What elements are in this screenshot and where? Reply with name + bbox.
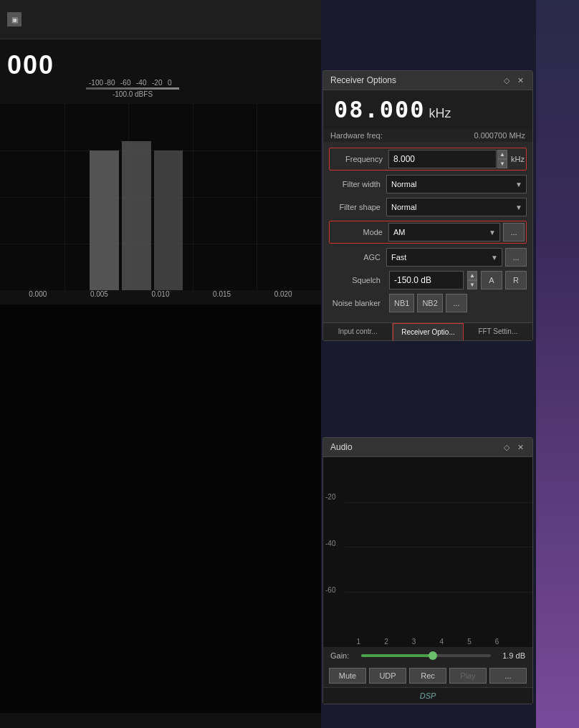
spec-bar-3 bbox=[154, 150, 183, 290]
gain-fill bbox=[361, 654, 433, 657]
filter-width-select[interactable]: Normal Wide Narrow bbox=[386, 175, 527, 193]
squelch-row: Squelch ▲ ▼ A R bbox=[329, 271, 527, 289]
spectrum-x-axis: 0.000 0.005 0.010 0.015 0.020 bbox=[0, 290, 321, 298]
gain-label: Gain: bbox=[330, 651, 355, 660]
gain-row: Gain: 1.9 dB bbox=[323, 647, 532, 664]
freq-unit: kHz bbox=[429, 106, 451, 121]
filter-width-label: Filter width bbox=[329, 180, 386, 188]
nb2-button[interactable]: NB2 bbox=[417, 294, 442, 312]
receiver-panel-header: Receiver Options ◇ ✕ bbox=[323, 71, 532, 90]
tab-input-control[interactable]: Input contr... bbox=[323, 323, 393, 340]
frequency-input[interactable] bbox=[388, 150, 497, 168]
receiver-panel-body: Frequency ▲ ▼ kHz Filter width Normal Wi… bbox=[323, 142, 532, 322]
audio-y-label-20: -20 bbox=[325, 493, 335, 501]
audio-close-button[interactable]: ✕ bbox=[515, 442, 525, 452]
tab-fft-settings[interactable]: FFT Settin... bbox=[464, 323, 532, 340]
audio-hgrid-1 bbox=[345, 502, 532, 503]
mode-label: Mode bbox=[331, 228, 388, 236]
freq-dot: . bbox=[365, 96, 378, 123]
agc-row: AGC Fast Medium Slow Off ▼ ... bbox=[329, 248, 527, 267]
noise-blanker-row: Noise blanker NB1 NB2 ... bbox=[329, 294, 527, 312]
freq-up-button[interactable]: ▲ bbox=[497, 150, 507, 159]
audio-panel-header: Audio ◇ ✕ bbox=[323, 438, 532, 457]
audio-panel-title: Audio bbox=[330, 442, 353, 452]
filter-shape-select[interactable]: Normal Soft Sharp bbox=[386, 198, 527, 216]
gain-slider[interactable] bbox=[361, 654, 491, 657]
mute-button[interactable]: Mute bbox=[329, 668, 366, 684]
receiver-freq-display: 0 8 . 0 0 0 kHz bbox=[323, 90, 532, 129]
squelch-a-button[interactable]: A bbox=[481, 271, 502, 289]
agc-select-wrapper: Fast Medium Slow Off ▼ bbox=[386, 248, 502, 267]
frequency-row: Frequency ▲ ▼ kHz bbox=[329, 148, 527, 171]
rec-button[interactable]: Rec bbox=[409, 668, 446, 684]
spectrum-canvas[interactable] bbox=[0, 104, 321, 290]
freq-d1: 0 bbox=[334, 96, 348, 123]
mode-row: Mode AM FM USB LSB CW WFM ▼ ... bbox=[329, 221, 527, 244]
gain-value: 1.9 dB bbox=[497, 651, 525, 660]
audio-canvas: -20 -40 -60 bbox=[323, 457, 532, 636]
squelch-down-button[interactable]: ▼ bbox=[467, 280, 477, 289]
scale-bar bbox=[86, 87, 179, 90]
main-freq-display: 000 bbox=[0, 47, 62, 84]
receiver-tab-bar: Input contr... Receiver Optio... FFT Set… bbox=[323, 322, 532, 340]
mode-select-wrapper: AM FM USB LSB CW WFM ▼ bbox=[388, 223, 500, 241]
spec-bar-2 bbox=[122, 141, 150, 290]
audio-x-axis: 1 2 3 4 5 6 bbox=[323, 636, 532, 647]
gain-thumb bbox=[429, 651, 437, 660]
filter-width-select-wrapper: Normal Wide Narrow ▼ bbox=[386, 175, 527, 193]
mode-select[interactable]: AM FM USB LSB CW WFM bbox=[388, 223, 500, 241]
nb1-button[interactable]: NB1 bbox=[389, 294, 414, 312]
waterfall[interactable] bbox=[0, 305, 321, 713]
hw-freq-label: Hardware freq: bbox=[330, 131, 383, 140]
agc-select[interactable]: Fast Medium Slow Off bbox=[386, 248, 502, 267]
audio-y-label-60: -60 bbox=[325, 586, 335, 594]
audio-hgrid-3 bbox=[345, 592, 532, 593]
freq-digits: 000 bbox=[7, 50, 54, 80]
audio-pin-button[interactable]: ◇ bbox=[502, 442, 512, 452]
spectrum-scale: -100 -80 -60 -40 -20 0 -100.0 dBFS bbox=[86, 79, 179, 98]
scale-numbers: -100 -80 -60 -40 -20 0 bbox=[89, 79, 176, 87]
receiver-close-button[interactable]: ✕ bbox=[515, 75, 525, 85]
audio-panel: Audio ◇ ✕ -20 -40 -60 1 2 3 4 5 6 Gain: … bbox=[322, 437, 533, 704]
agc-extra-button[interactable]: ... bbox=[505, 248, 527, 267]
freq-d2: 8 bbox=[349, 96, 363, 123]
mode-extra-button[interactable]: ... bbox=[503, 223, 525, 241]
audio-y-label-40: -40 bbox=[325, 540, 335, 547]
audio-extra-button[interactable]: ... bbox=[489, 668, 527, 684]
dsp-bar: DSP bbox=[323, 687, 532, 704]
udp-button[interactable]: UDP bbox=[369, 668, 406, 684]
play-button[interactable]: Play bbox=[449, 668, 487, 684]
filter-shape-label: Filter shape bbox=[329, 203, 386, 211]
hw-freq-value: 0.000700 MHz bbox=[474, 131, 525, 140]
freq-d3: 0 bbox=[380, 96, 393, 123]
squelch-input[interactable] bbox=[389, 271, 464, 289]
filter-shape-select-wrapper: Normal Soft Sharp ▼ bbox=[386, 198, 527, 216]
dsp-label: DSP bbox=[420, 691, 436, 700]
panel-header-controls: ◇ ✕ bbox=[502, 75, 525, 85]
frequency-label: Frequency bbox=[331, 155, 388, 163]
freq-down-button[interactable]: ▼ bbox=[497, 159, 507, 168]
agc-label: AGC bbox=[329, 253, 386, 262]
freq-d4: 0 bbox=[395, 96, 408, 123]
tab-receiver-options[interactable]: Receiver Optio... bbox=[393, 323, 463, 340]
filter-width-row: Filter width Normal Wide Narrow ▼ bbox=[329, 175, 527, 193]
receiver-pin-button[interactable]: ◇ bbox=[502, 75, 512, 85]
spec-bar-1 bbox=[90, 150, 118, 290]
receiver-panel-title: Receiver Options bbox=[330, 75, 396, 85]
audio-panel-controls: ◇ ✕ bbox=[502, 442, 525, 452]
frequency-input-box: ▲ ▼ kHz bbox=[388, 150, 525, 168]
filter-shape-row: Filter shape Normal Soft Sharp ▼ bbox=[329, 198, 527, 216]
top-bar: ▣ bbox=[0, 0, 321, 39]
spectrum-area: ▣ 000 -100 -80 -60 -40 -20 0 -100.0 dBFS bbox=[0, 0, 321, 728]
freq-d5: 0 bbox=[410, 96, 424, 123]
frequency-input-unit: kHz bbox=[511, 155, 525, 163]
scale-ref-label: -100.0 dBFS bbox=[113, 90, 153, 98]
squelch-label: Squelch bbox=[329, 276, 386, 284]
audio-buttons: Mute UDP Rec Play ... bbox=[323, 664, 532, 687]
app-icon: ▣ bbox=[7, 12, 21, 27]
squelch-r-button[interactable]: R bbox=[505, 271, 527, 289]
squelch-up-button[interactable]: ▲ bbox=[467, 271, 477, 280]
right-background bbox=[536, 0, 579, 728]
audio-hgrid-2 bbox=[345, 547, 532, 547]
noise-blanker-extra-button[interactable]: ... bbox=[446, 294, 467, 312]
